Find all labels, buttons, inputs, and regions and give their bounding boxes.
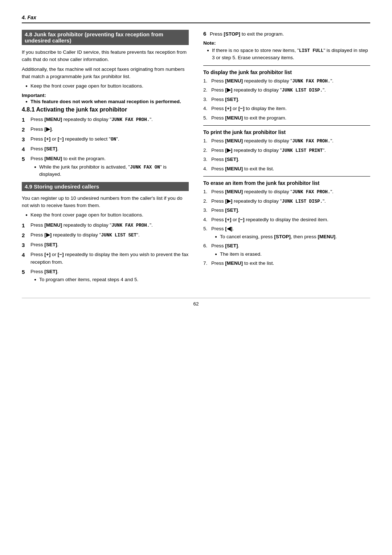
note-block: Note: If there is no space to store new … [203, 40, 370, 62]
section-rule [203, 125, 370, 126]
step-49-2: 2 Press [▶] repeatedly to display "JUNK … [22, 231, 189, 239]
step-content: Press [▶] repeatedly to display "JUNK LI… [30, 231, 189, 239]
step-num: 3. [203, 207, 209, 214]
key-menu: [MENU] [225, 166, 243, 171]
key-menu: [MENU] [44, 222, 62, 228]
step-num: 6. [203, 242, 209, 250]
display-text: JUNK LIST SET [101, 233, 136, 238]
display-step-1: 1. Press [MENU] repeatedly to display "J… [203, 77, 370, 85]
step-num: 3 [22, 241, 28, 249]
step-num: 1 [22, 116, 28, 123]
step-content: Press [+] or [−] repeatedly to display t… [211, 216, 370, 223]
step-content: Press [MENU] repeatedly to display "JUNK… [30, 222, 189, 229]
step-num: 4. [203, 105, 209, 112]
step-49-3: 3 Press [SET]. [22, 241, 189, 249]
display-text: JUNK LIST DISP. [282, 88, 323, 93]
step-content: Press [▶] repeatedly to display "JUNK LI… [211, 147, 370, 154]
step-content: Press [+] or [−] repeatedly to display t… [30, 251, 189, 266]
section-48-header: 4.8 Junk fax prohibitor (preventing fax … [22, 30, 189, 45]
print-step-3: 3. Press [SET]. [203, 156, 370, 163]
section-48-bullet-1: Keep the front cover page open for butto… [25, 82, 189, 90]
key-menu: [MENU] [225, 115, 243, 121]
display-text: JUNK FAX PROH. [111, 117, 150, 122]
page: 4. Fax 4.8 Junk fax prohibitor (preventi… [0, 0, 392, 555]
section-49-title: 4.9 Storing undesired callers [25, 183, 99, 190]
step-content: Press [MENU] to exit the program. [211, 114, 370, 122]
key-menu: [MENU] [225, 189, 243, 194]
key-right: [▶] [225, 147, 232, 153]
display-steps: 1. Press [MENU] repeatedly to display "J… [203, 77, 370, 122]
sub-bullet-item: The item is erased. [215, 251, 370, 258]
step-content: Press [▶] repeatedly to display "JUNK LI… [211, 86, 370, 94]
key-set: [SET] [225, 157, 238, 162]
display-text: JUNK LIST DISP. [282, 199, 323, 204]
section-49-bullet-1: Keep the front cover page open for butto… [25, 211, 189, 219]
step-num: 5. [203, 114, 209, 122]
print-step-4: 4. Press [MENU] to exit the list. [203, 165, 370, 173]
important-block: Important: This feature does not work wh… [22, 93, 189, 104]
key-set: [SET] [225, 207, 238, 213]
step-num: 1. [203, 188, 209, 195]
section-rule [203, 176, 370, 177]
step-num: 5. [203, 225, 209, 232]
step-content: Press [SET]. [211, 207, 370, 214]
step-num: 4. [203, 216, 209, 223]
two-column-layout: 4.8 Junk fax prohibitor (preventing fax … [22, 30, 370, 287]
erase-step-5: 5. Press [◀]. To cancel erasing, press [… [203, 225, 370, 241]
erase-step-2: 2. Press [▶] repeatedly to display "JUNK… [203, 198, 370, 205]
step-num: 1. [203, 77, 209, 85]
step-num: 2. [203, 147, 209, 154]
step-content: Press [SET]. [30, 241, 189, 248]
key-right: [▶] [225, 198, 232, 204]
key-left: [◀] [225, 226, 232, 231]
display-text: JUNK FAX PROH. [111, 223, 150, 228]
erase-title: To erase an item from the junk fax prohi… [203, 180, 370, 186]
erase-step-6: 6. Press [SET]. The item is erased. [203, 242, 370, 258]
key-set: [SET] [44, 269, 57, 274]
sub-bullet-item: To cancel erasing, press [STOP], then pr… [215, 233, 370, 240]
step-num: 5 [22, 155, 28, 163]
step-49-1: 1 Press [MENU] repeatedly to display "JU… [22, 222, 189, 229]
step-481-4: 4 Press [SET]. [22, 145, 189, 153]
display-step-3: 3. Press [SET]. [203, 96, 370, 103]
step-481-5: 5 Press [MENU] to exit the program. Whil… [22, 155, 189, 178]
display-text: JUNK FAX PROH. [292, 139, 330, 144]
key-set: [SET] [44, 242, 57, 247]
display-text: ON [111, 137, 116, 142]
step-num: 3 [22, 135, 28, 143]
step-num-inline: 6 [203, 31, 206, 37]
erase-steps: 1. Press [MENU] repeatedly to display "J… [203, 188, 370, 267]
display-text: JUNK FAX ON [130, 165, 160, 170]
erase-step-5-sub: To cancel erasing, press [STOP], then pr… [211, 233, 370, 240]
header-text: 4. Fax [22, 15, 370, 20]
key-right: [▶] [44, 232, 52, 238]
key-minus: [−] [58, 252, 64, 257]
right-column: 6 Press [STOP] to exit the program. Note… [203, 30, 370, 287]
step-content: Press [MENU] repeatedly to display "JUNK… [30, 116, 189, 123]
step-content: Press [SET]. [211, 96, 370, 103]
step-49-5: 5 Press [SET]. To program other items, r… [22, 268, 189, 284]
print-steps: 1. Press [MENU] repeatedly to display "J… [203, 137, 370, 173]
step-num: 2. [203, 198, 209, 205]
key-menu: [MENU] [44, 117, 62, 122]
key-menu: [MENU] [225, 78, 243, 84]
step-content: Press [▶]. [30, 126, 189, 133]
important-item: This feature does not work when manual r… [25, 99, 189, 104]
important-label: Important: [22, 93, 189, 98]
step-content: Press [MENU] to exit the program. While … [30, 155, 189, 178]
note-label: Note: [203, 40, 370, 46]
key-right: [▶] [44, 126, 52, 132]
erase-step-6-sub: The item is erased. [211, 251, 370, 258]
display-step-4: 4. Press [+] or [−] to display the item. [203, 105, 370, 112]
step-content: Press [▶] repeatedly to display "JUNK LI… [211, 198, 370, 205]
key-plus: [+] [225, 217, 231, 222]
display-title: To display the junk fax prohibitor list [203, 69, 370, 75]
step-content: Press [SET]. [211, 156, 370, 163]
key-set: [SET] [225, 243, 238, 248]
section-48-intro-1: If you subscribe to Caller ID service, t… [22, 49, 189, 64]
step-num: 4. [203, 165, 209, 173]
section-481-title: 4.8.1 Activating the junk fax prohibitor [22, 106, 189, 113]
section-49-header: 4.9 Storing undesired callers [22, 182, 189, 191]
step-content: Press [+] or [−] repeatedly to select "O… [30, 135, 189, 143]
section-49-bullets: Keep the front cover page open for butto… [22, 211, 189, 219]
